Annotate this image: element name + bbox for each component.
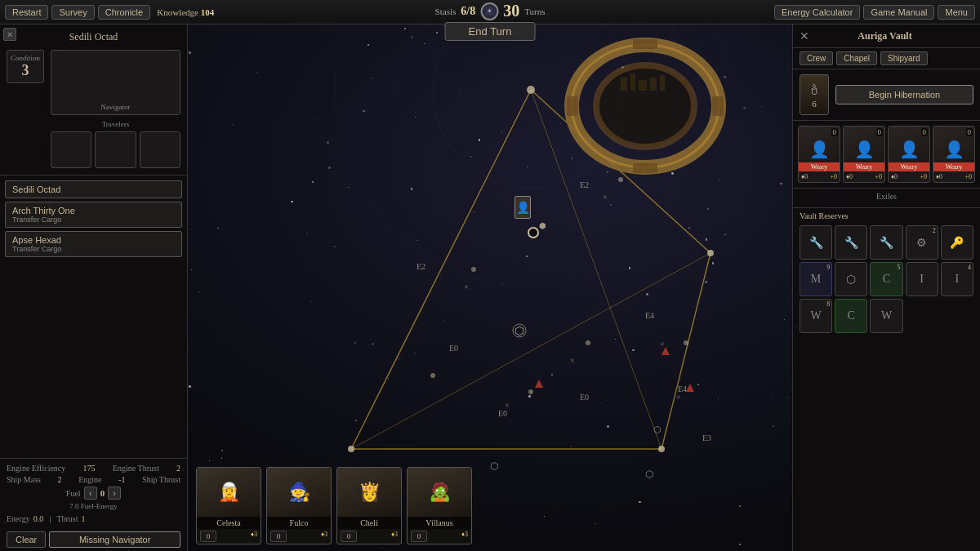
crew-portrait-3: 👤 0 Weary: [933, 127, 974, 171]
svg-rect-50: [630, 73, 635, 91]
svg-point-16: [707, 250, 714, 256]
traveler-slot-1: [51, 131, 91, 168]
vault-tabs: Crew Chapel Shipyard: [793, 48, 980, 69]
left-panel-close[interactable]: ✕: [3, 28, 16, 41]
reserve-item-11[interactable]: C: [835, 299, 867, 333]
game-manual-button[interactable]: Game Manual: [863, 5, 934, 20]
reserve-item-0[interactable]: 🔧: [800, 225, 832, 260]
menu-button[interactable]: Menu: [938, 5, 975, 20]
crew-card-1[interactable]: 👤 0 Weary ♦0 +0: [843, 126, 885, 183]
crew-portrait-0: 👤 0 Weary: [799, 127, 840, 171]
engine-efficiency-row: Engine Efficiency 175 Engine Thrust 2: [7, 464, 180, 473]
right-top-buttons: Energy Calculator Game Manual Menu: [774, 5, 975, 20]
reserve-item-7[interactable]: 5 C: [870, 262, 902, 296]
svg-line-0: [351, 90, 531, 449]
begin-hibernation-button[interactable]: Begin Hibernation: [835, 85, 973, 104]
crew-card-2[interactable]: 👤 0 Weary ♦0 +0: [888, 126, 930, 183]
svg-text:×: ×: [676, 393, 681, 402]
svg-text:E4: E4: [645, 311, 654, 320]
reserve-item-9[interactable]: 4 I: [941, 262, 973, 296]
center-controls: Stasis 6/8 ✦ 30 Turns End Turn: [435, 2, 546, 41]
vault-tab-crew[interactable]: Crew: [800, 51, 833, 65]
crew-grid: 👤 0 Weary ♦0 +0 👤 0 Weary ♦0 +0 👤 0 Wear…: [793, 121, 980, 189]
svg-text:E0: E0: [580, 393, 589, 402]
fuel-decrease-button[interactable]: ‹: [84, 487, 97, 500]
clear-button[interactable]: Clear: [7, 531, 46, 548]
vault-stasis-area: 🕯 6 Begin Hibernation: [793, 69, 980, 121]
ship-mass-row: Ship Mass 2 Engine -1 Ship Thrust: [7, 475, 180, 484]
svg-point-17: [658, 446, 665, 452]
stats-section: Engine Efficiency 175 Engine Thrust 2 Sh…: [0, 458, 187, 528]
char-portrait-2: 👸: [337, 468, 401, 517]
svg-rect-52: [650, 78, 657, 91]
survey-button[interactable]: Survey: [51, 5, 94, 20]
ship-section: Sedili Octad Condition 3 Navigator Trave…: [0, 24, 187, 176]
svg-marker-30: [535, 380, 543, 388]
vault-tab-shipyard[interactable]: Shipyard: [880, 51, 927, 65]
missing-navigator-button[interactable]: Missing Navigator: [49, 531, 180, 548]
end-turn-button[interactable]: End Turn: [445, 22, 536, 41]
crew-card-0[interactable]: 👤 0 Weary ♦0 +0: [798, 126, 840, 183]
character-card-2[interactable]: 👸 Cheli 0 ♦3: [336, 467, 402, 544]
chronicle-button[interactable]: Chronicle: [98, 5, 150, 20]
reserve-item-6[interactable]: ⬡: [835, 262, 867, 296]
vault-close-button[interactable]: ✕: [800, 29, 809, 42]
svg-point-19: [586, 340, 590, 345]
svg-text:×: ×: [660, 340, 665, 349]
ship-list: Sedili OctadArch Thirty OneTransfer Carg…: [0, 176, 187, 265]
vault-stasis-icon: 🕯 6: [800, 74, 829, 115]
knowledge-display: Knowledge 104: [157, 7, 214, 17]
exiles-section: Exiles: [793, 189, 980, 208]
ship-list-item-0[interactable]: Sedili Octad: [5, 180, 182, 198]
reserves-label: Vault Reserves: [800, 211, 973, 220]
reserve-item-2[interactable]: 🔧: [870, 225, 902, 260]
fuel-energy-label: 7.0 Fuel-Energy: [7, 502, 180, 510]
reserve-item-12[interactable]: W: [870, 299, 902, 333]
ship-list-item-2[interactable]: Apse HexadTransfer Cargo: [5, 231, 182, 257]
svg-text:E2: E2: [580, 180, 589, 189]
fuel-increase-button[interactable]: ›: [108, 487, 121, 500]
char-portrait-3: 🧟: [408, 468, 471, 517]
svg-text:×: ×: [603, 193, 608, 202]
crew-portrait-1: 👤 0 Weary: [844, 127, 884, 171]
svg-point-22: [430, 373, 435, 378]
reserves-grid: 🔧 🔧 🔧 2 ⚙ 🔑 9 M ⬡ 5 C I 4 I 8 W C W: [800, 225, 973, 333]
condition-box: Condition 3: [7, 50, 44, 83]
reserve-item-3[interactable]: 2 ⚙: [906, 225, 938, 260]
travelers-slots: [51, 131, 180, 168]
svg-text:⬡: ⬡: [514, 325, 524, 337]
vault-title: Auriga Vault: [858, 30, 911, 42]
character-card-1[interactable]: 🧙 Fulco 0 ♦3: [266, 467, 332, 544]
restart-button[interactable]: Restart: [5, 5, 48, 20]
char-name-2: Cheli: [337, 517, 401, 529]
crew-card-3[interactable]: 👤 0 Weary ♦0 +0: [933, 126, 975, 183]
vault-header: ✕ Auriga Vault: [793, 24, 980, 48]
svg-point-21: [528, 389, 533, 394]
svg-text:×: ×: [464, 282, 469, 291]
reserve-item-5[interactable]: 9 M: [800, 262, 832, 296]
reserve-item-4[interactable]: 🔑: [941, 225, 973, 260]
svg-point-15: [527, 86, 535, 94]
top-bar: Restart Survey Chronicle Knowledge 104 S…: [0, 0, 980, 24]
svg-text:⬡: ⬡: [653, 424, 662, 434]
reserve-item-1[interactable]: 🔧: [835, 225, 867, 260]
svg-rect-45: [633, 39, 657, 49]
svg-rect-46: [633, 163, 657, 173]
svg-text:E3: E3: [702, 433, 711, 442]
character-card-3[interactable]: 🧟 Villanus 0 ♦3: [407, 467, 472, 544]
character-card-0[interactable]: 🧝 Celesta 0 ♦3: [196, 467, 261, 544]
ship-list-item-1[interactable]: Arch Thirty OneTransfer Cargo: [5, 202, 182, 228]
bottom-buttons: Clear Missing Navigator: [0, 528, 187, 551]
svg-text:E2: E2: [416, 262, 425, 271]
space-station: [564, 33, 727, 180]
right-panel: ✕ Auriga Vault Crew Chapel Shipyard 🕯 6 …: [792, 24, 980, 551]
energy-calculator-button[interactable]: Energy Calculator: [774, 5, 860, 20]
crew-portrait-2: 👤 0 Weary: [889, 127, 929, 171]
svg-text:E0: E0: [449, 344, 458, 353]
svg-rect-53: [660, 75, 665, 91]
stasis-icon: ✦: [480, 2, 498, 20]
vault-tab-chapel[interactable]: Chapel: [836, 51, 877, 65]
reserve-item-8[interactable]: I: [906, 262, 938, 296]
reserve-item-10[interactable]: 8 W: [800, 299, 832, 333]
map-node-marker: [528, 227, 539, 238]
